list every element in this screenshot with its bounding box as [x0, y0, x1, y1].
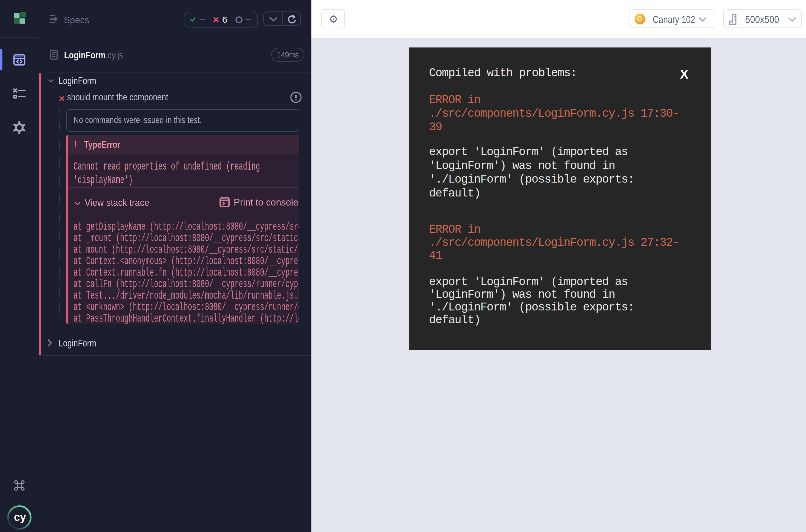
svg-text:cy: cy: [14, 511, 26, 523]
